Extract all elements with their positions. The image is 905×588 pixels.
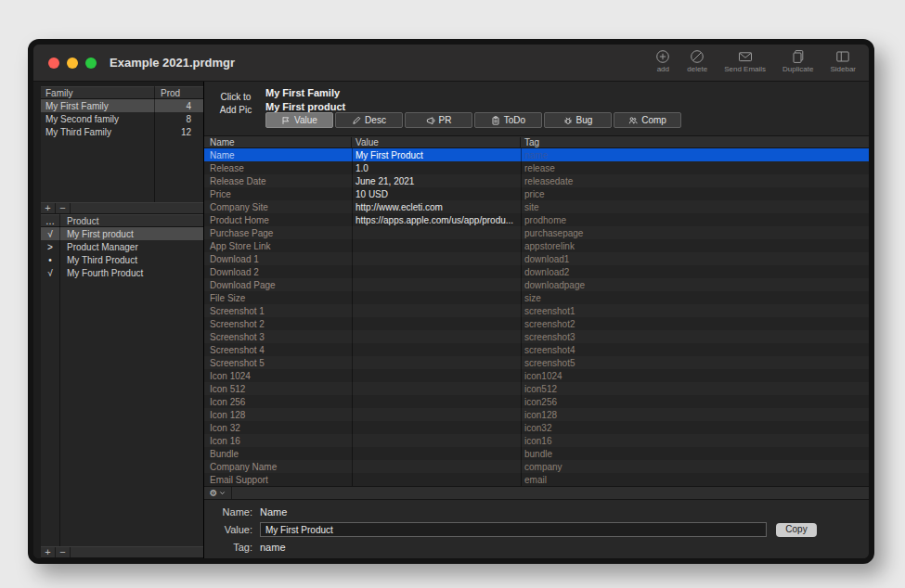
value-column-header[interactable]: Value: [352, 137, 521, 147]
attribute-row[interactable]: Release 1.0 release: [204, 161, 869, 174]
attribute-row[interactable]: Screenshot 4 screenshot4: [204, 343, 869, 356]
gear-icon: ⚙: [210, 488, 218, 498]
family-remove-button[interactable]: −: [56, 203, 71, 213]
product-row[interactable]: √ My Fourth Product: [41, 266, 203, 279]
product-name: Product Manager: [59, 242, 203, 252]
add-picture-line1: Click to: [210, 91, 262, 104]
attribute-row[interactable]: Icon 32 icon32: [204, 421, 869, 434]
attribute-row[interactable]: Name My First Product name: [204, 148, 869, 161]
minimize-window-button[interactable]: [67, 58, 78, 69]
action-menu-button[interactable]: ⚙: [204, 487, 232, 499]
product-list: √ My First product > Product Manager •: [41, 227, 203, 279]
detail-value-row: Value: Copy: [204, 522, 869, 537]
cell-value: https://apps.apple.com/us/app/produ...: [352, 215, 521, 225]
tab-pr[interactable]: PR: [405, 112, 472, 128]
copy-button[interactable]: Copy: [776, 523, 817, 537]
attribute-row[interactable]: App Store Link appstorelink: [204, 239, 869, 252]
cell-tag: icon16: [521, 436, 869, 446]
cell-tag: icon512: [521, 384, 869, 394]
window-title: Example 2021.prdmgr: [110, 56, 235, 70]
family-name: My Third Family: [41, 127, 155, 137]
duplicate-icon: [791, 49, 806, 64]
cell-name: Icon 1024: [204, 371, 352, 381]
tag-column-header[interactable]: Tag: [521, 137, 869, 147]
product-remove-button[interactable]: −: [56, 547, 71, 557]
detail-pane: Name: Name Value: Copy Tag: name: [204, 500, 869, 558]
send-emails-button[interactable]: Send Emails: [724, 49, 766, 73]
attribute-row[interactable]: Price 10 USD price: [204, 187, 869, 200]
product-row[interactable]: > Product Manager: [41, 240, 203, 253]
tab-bug[interactable]: Bug: [544, 112, 612, 128]
attribute-row[interactable]: Bundle bundle: [204, 447, 869, 460]
attribute-row[interactable]: Icon 1024 icon1024: [204, 369, 869, 382]
flag-icon: [281, 116, 291, 125]
cell-tag: appstorelink: [521, 241, 869, 251]
detail-name-value: Name: [260, 506, 287, 518]
add-picture-well[interactable]: Click to Add Pic: [210, 91, 262, 116]
attribute-row[interactable]: Purchase Page purchasepage: [204, 226, 869, 239]
value-input[interactable]: [260, 522, 767, 537]
attribute-row[interactable]: File Size size: [204, 291, 869, 304]
cell-tag: icon1024: [521, 371, 869, 381]
zoom-window-button[interactable]: [85, 58, 97, 69]
attribute-row[interactable]: Company Site http://www.ecleti.com site: [204, 200, 869, 213]
product-row[interactable]: √ My First product: [41, 227, 203, 240]
close-window-button[interactable]: [48, 58, 59, 69]
add-button[interactable]: add: [655, 49, 670, 73]
duplicate-button[interactable]: Duplicate: [782, 49, 813, 73]
attribute-row[interactable]: Release Date June 21, 2021 releasedate: [204, 174, 869, 187]
attribute-row[interactable]: Screenshot 5 screenshot5: [204, 356, 869, 369]
sidebar-toggle-button[interactable]: Sidebar: [830, 49, 856, 73]
cell-name: Screenshot 5: [204, 358, 352, 368]
attribute-row[interactable]: Product Home https://apps.apple.com/us/a…: [204, 213, 869, 226]
mark-column-header[interactable]: …: [41, 216, 59, 226]
cell-value: 1.0: [352, 163, 521, 173]
cell-value: http://www.ecleti.com: [352, 202, 521, 212]
attribute-row[interactable]: Screenshot 2 screenshot2: [204, 317, 869, 330]
family-add-button[interactable]: +: [41, 203, 56, 213]
attribute-row[interactable]: Icon 128 icon128: [204, 408, 869, 421]
tab-comp[interactable]: Comp: [614, 112, 681, 128]
attribute-row[interactable]: Icon 16 icon16: [204, 434, 869, 447]
attribute-row[interactable]: Download 1 download1: [204, 252, 869, 265]
attribute-row[interactable]: Company Name company: [204, 460, 869, 473]
cell-value: June 21, 2021: [352, 176, 521, 186]
cell-name: Company Site: [204, 202, 352, 212]
family-row[interactable]: My First Family 4: [41, 99, 203, 112]
cell-tag: screenshot2: [521, 319, 869, 329]
tab-todo[interactable]: ToDo: [474, 112, 542, 128]
attribute-row[interactable]: Screenshot 1 screenshot1: [204, 304, 869, 317]
tab-desc[interactable]: Desc: [335, 112, 403, 128]
cell-tag: screenshot1: [521, 306, 869, 316]
cell-tag: name: [521, 150, 869, 160]
product-row[interactable]: • My Third Product: [41, 253, 203, 266]
cell-name: Download Page: [204, 280, 352, 290]
family-row[interactable]: My Second family 8: [41, 112, 203, 125]
cell-name: Screenshot 4: [204, 345, 352, 355]
cell-tag: price: [521, 189, 869, 199]
traffic-lights: [48, 58, 97, 69]
delete-button[interactable]: delete: [687, 49, 707, 73]
family-column-header[interactable]: Family: [41, 88, 155, 98]
tab-value[interactable]: Value: [265, 112, 333, 128]
attribute-row[interactable]: Icon 256 icon256: [204, 395, 869, 408]
attribute-row[interactable]: Download Page downloadpage: [204, 278, 869, 291]
name-column-header[interactable]: Name: [204, 137, 352, 147]
column-divider: [352, 148, 353, 486]
cell-value: My First Product: [352, 150, 521, 160]
family-row[interactable]: My Third Family 12: [41, 125, 203, 138]
attribute-row[interactable]: Screenshot 3 screenshot3: [204, 330, 869, 343]
attribute-row[interactable]: Email Support email: [204, 473, 869, 486]
attribute-row[interactable]: Icon 512 icon512: [204, 382, 869, 395]
product-column-header[interactable]: Product: [59, 216, 203, 226]
cell-tag: releasedate: [521, 176, 869, 186]
product-name: My Third Product: [59, 255, 203, 265]
prod-column-header[interactable]: Prod: [155, 88, 203, 98]
cell-tag: company: [521, 462, 869, 472]
attribute-row[interactable]: Download 2 download2: [204, 265, 869, 278]
cell-tag: download1: [521, 254, 869, 264]
people-icon: [628, 116, 638, 125]
product-add-button[interactable]: +: [41, 547, 56, 557]
duplicate-button-label: Duplicate: [782, 65, 813, 73]
chevron-down-icon: [219, 490, 226, 496]
